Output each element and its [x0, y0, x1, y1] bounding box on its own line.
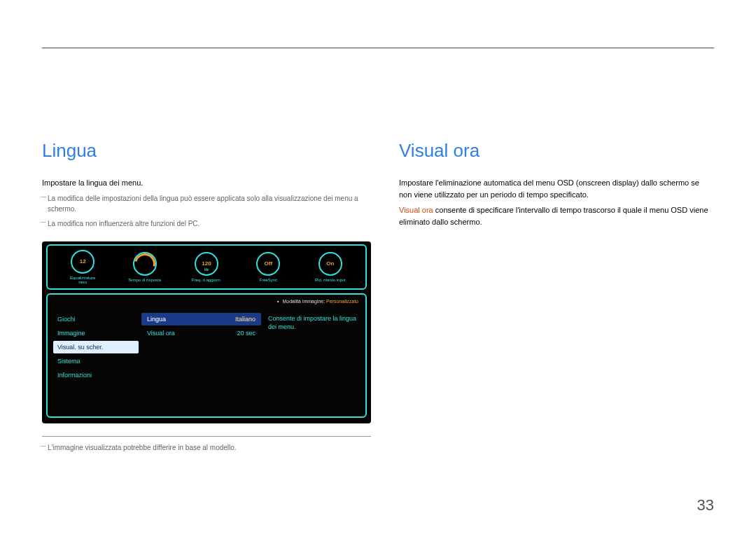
left-column: Lingua Impostare la lingua dei menu. La … [42, 140, 371, 453]
gauge-label: FreeSync [251, 278, 285, 282]
visual-ora-p1: Impostare l'eliminazione automatica del … [399, 177, 714, 200]
picture-mode-line: • Modalità immagine: Personalizzato [277, 299, 358, 304]
gauge-ring [133, 252, 157, 276]
nav-sistema[interactable]: Sistema [53, 355, 139, 367]
bullet-icon: • [277, 299, 279, 304]
osd-description-column: Consente di impostare la lingua dei menu… [261, 310, 365, 416]
osd-body: • Modalità immagine: Personalizzato Gioc… [46, 293, 367, 418]
gauge-arc-icon [130, 249, 159, 278]
menu-row-visual-ora[interactable]: Visual ora 20 sec [141, 327, 261, 339]
right-column: Visual ora Impostare l'eliminazione auto… [399, 140, 714, 453]
gauge-ring: 120 Hz [195, 252, 218, 276]
gauge-value: On [326, 260, 334, 267]
nav-immagine[interactable]: Immagine [53, 327, 139, 339]
gauge-black-equalizer: 12 Equalizzatore nero [66, 250, 99, 284]
manual-page: Lingua Impostare la lingua dei menu. La … [0, 0, 756, 534]
nav-giochi[interactable]: Giochi [53, 313, 139, 325]
gauge-label: Rid. ritardo input [314, 278, 347, 282]
menu-label: Visual ora [147, 330, 175, 337]
lingua-note-1: La modifica delle impostazioni della lin… [42, 193, 371, 214]
top-divider [42, 48, 714, 48]
heading-visual-ora: Visual ora [399, 140, 714, 162]
gauge-value: 120 [202, 260, 211, 267]
two-column-layout: Lingua Impostare la lingua dei menu. La … [42, 140, 714, 453]
nav-informazioni[interactable]: Informazioni [53, 369, 139, 381]
visual-ora-p2: Visual ora consente di specificare l'int… [399, 204, 714, 227]
osd-gauge-strip: 12 Equalizzatore nero Tempo di risposta … [46, 244, 367, 290]
gauge-value: 12 [80, 258, 86, 265]
lingua-note-2: La modifica non influenzerà altre funzio… [42, 218, 371, 229]
gauge-unit: Hz [196, 268, 217, 272]
mode-label: Modalità immagine: [282, 299, 325, 304]
gauge-ring: 12 [71, 250, 94, 274]
osd-nav-column: Giochi Immagine Visual. su scher. Sistem… [48, 310, 139, 416]
image-may-differ-note: L'immagine visualizzata potrebbe differi… [42, 442, 371, 453]
gauge-response-time: Tempo di risposta [128, 252, 162, 282]
page-number: 33 [697, 496, 714, 514]
mode-value: Personalizzato [326, 299, 358, 304]
menu-value: 20 sec [237, 330, 255, 337]
menu-value: Italiano [235, 316, 255, 323]
gauge-label: Tempo di risposta [128, 278, 162, 282]
visual-ora-rest: consente di specificare l'intervallo di … [399, 206, 708, 226]
osd-description: Consente di impostare la lingua dei menu… [268, 315, 356, 331]
gauge-ring: Off [256, 252, 280, 276]
gauge-ring: On [318, 252, 342, 276]
thin-divider [42, 436, 371, 437]
menu-row-lingua[interactable]: Lingua Italiano [141, 313, 261, 325]
gauge-label: Equalizzatore nero [66, 276, 99, 284]
gauge-refresh-rate: 120 Hz Freq. d.aggiorn. [190, 252, 223, 282]
osd-screenshot: 12 Equalizzatore nero Tempo di risposta … [42, 241, 371, 423]
gauge-label: Freq. d.aggiorn. [190, 278, 223, 282]
gauge-input-lag: On Rid. ritardo input [314, 252, 347, 282]
lingua-intro: Impostare la lingua dei menu. [42, 177, 371, 189]
gauge-value: Off [265, 260, 273, 267]
visual-ora-keyword: Visual ora [399, 206, 433, 214]
gauge-freesync: Off FreeSync [251, 252, 285, 282]
nav-visual-su-scher[interactable]: Visual. su scher. [53, 341, 139, 353]
menu-label: Lingua [147, 316, 166, 323]
osd-menu-column: Lingua Italiano Visual ora 20 sec [139, 310, 261, 416]
heading-lingua: Lingua [42, 140, 371, 162]
